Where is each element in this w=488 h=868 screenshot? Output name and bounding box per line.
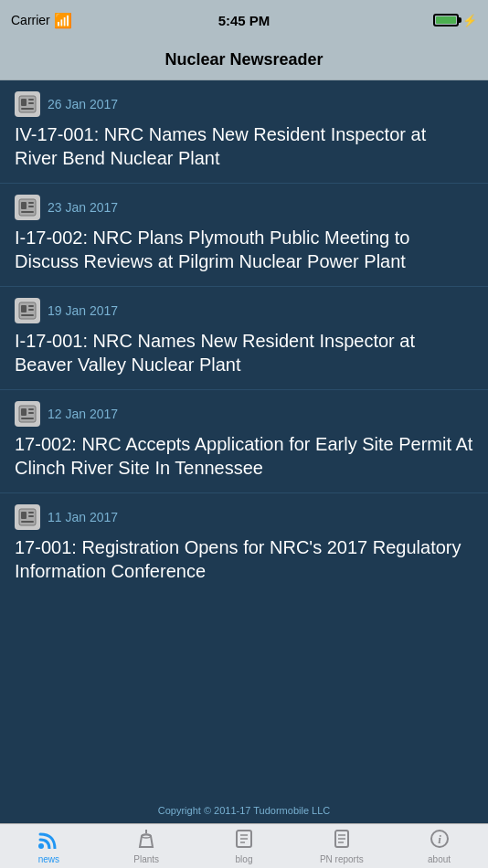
news-item[interactable]: 19 Jan 2017 I-17-001: NRC Names New Resi… xyxy=(0,287,488,390)
news-icon xyxy=(15,91,40,117)
svg-rect-16 xyxy=(21,408,27,416)
svg-rect-14 xyxy=(21,314,34,316)
news-title: 17-001: Registration Opens for NRC's 201… xyxy=(15,535,473,583)
svg-rect-1 xyxy=(21,99,27,106)
news-title: IV-17-001: NRC Names New Resident Inspec… xyxy=(15,122,473,170)
svg-rect-7 xyxy=(28,202,34,204)
news-title: I-17-002: NRC Plans Plymouth Public Meet… xyxy=(15,226,473,273)
news-icon xyxy=(15,195,40,220)
about-icon: i xyxy=(430,829,450,852)
news-item[interactable]: 12 Jan 2017 17-002: NRC Accepts Applicat… xyxy=(0,390,488,493)
news-title: I-17-001: NRC Names New Resident Inspect… xyxy=(15,329,473,376)
news-meta: 26 Jan 2017 xyxy=(15,91,473,117)
status-bar: Carrier 📶 5:45 PM ⚡ xyxy=(0,0,488,40)
tab-pn-reports-label: PN reports xyxy=(320,854,364,864)
tab-blog[interactable]: blog xyxy=(196,824,293,868)
tab-about-label: about xyxy=(428,854,451,864)
news-list: 26 Jan 2017 IV-17-001: NRC Names New Res… xyxy=(0,80,488,823)
status-time: 5:45 PM xyxy=(218,13,271,28)
svg-rect-19 xyxy=(21,418,34,419)
title-bar: Nuclear Newsreader xyxy=(0,40,488,80)
battery-area: ⚡ xyxy=(433,14,477,27)
newspaper-icon xyxy=(18,302,37,320)
news-meta: 23 Jan 2017 xyxy=(15,195,473,220)
news-meta: 19 Jan 2017 xyxy=(15,298,473,323)
svg-rect-23 xyxy=(28,515,34,517)
newspaper-icon xyxy=(18,508,37,526)
svg-rect-24 xyxy=(21,521,34,523)
svg-rect-8 xyxy=(28,206,34,207)
news-date: 26 Jan 2017 xyxy=(48,97,118,111)
news-icon xyxy=(15,504,40,530)
svg-rect-2 xyxy=(28,99,34,101)
newspaper-icon xyxy=(18,198,37,217)
svg-point-25 xyxy=(38,843,44,849)
newspaper-icon xyxy=(18,405,37,423)
newspaper-icon xyxy=(18,95,37,113)
tab-about[interactable]: i about xyxy=(390,824,488,868)
blog-icon xyxy=(234,829,254,852)
news-date: 23 Jan 2017 xyxy=(48,200,118,215)
news-title: 17-002: NRC Accepts Application for Earl… xyxy=(15,432,473,480)
pn-reports-icon xyxy=(332,829,352,852)
tab-pn-reports[interactable]: PN reports xyxy=(292,824,390,868)
carrier-label: Carrier xyxy=(11,13,50,27)
news-meta: 12 Jan 2017 xyxy=(15,401,473,427)
rss-icon xyxy=(38,829,58,852)
svg-rect-12 xyxy=(28,305,34,307)
tab-news[interactable]: news xyxy=(0,824,98,868)
news-date: 12 Jan 2017 xyxy=(48,407,118,421)
wifi-icon: 📶 xyxy=(54,12,72,29)
news-item[interactable]: 23 Jan 2017 I-17-002: NRC Plans Plymouth… xyxy=(0,184,488,287)
charging-icon: ⚡ xyxy=(462,14,477,27)
tab-plants[interactable]: Plants xyxy=(98,824,196,868)
tab-bar: news Plants blog xyxy=(0,823,488,868)
battery-icon xyxy=(433,14,459,26)
app-title: Nuclear Newsreader xyxy=(164,50,323,69)
svg-rect-22 xyxy=(28,512,34,513)
news-date: 19 Jan 2017 xyxy=(48,303,118,318)
tab-blog-label: blog xyxy=(236,854,253,864)
news-item[interactable]: 26 Jan 2017 IV-17-001: NRC Names New Res… xyxy=(0,80,488,184)
plants-icon xyxy=(136,829,156,852)
news-item[interactable]: 11 Jan 2017 17-001: Registration Opens f… xyxy=(0,493,488,596)
svg-rect-4 xyxy=(21,108,34,110)
svg-rect-13 xyxy=(28,309,34,311)
svg-rect-18 xyxy=(28,412,34,414)
svg-rect-11 xyxy=(21,305,27,312)
news-meta: 11 Jan 2017 xyxy=(15,504,473,530)
tab-plants-label: Plants xyxy=(133,854,159,864)
svg-rect-17 xyxy=(28,408,34,410)
svg-text:i: i xyxy=(438,832,441,846)
carrier-info: Carrier 📶 xyxy=(11,12,72,29)
copyright-text: Copyright © 2011-17 Tudormobile LLC xyxy=(0,805,488,816)
news-icon xyxy=(15,298,40,323)
news-date: 11 Jan 2017 xyxy=(48,510,118,524)
news-icon xyxy=(15,401,40,427)
svg-rect-9 xyxy=(21,211,34,213)
svg-rect-6 xyxy=(21,202,27,209)
battery-fill xyxy=(436,16,456,24)
tab-news-label: news xyxy=(38,854,59,864)
svg-rect-3 xyxy=(28,102,34,104)
svg-rect-21 xyxy=(21,512,27,519)
